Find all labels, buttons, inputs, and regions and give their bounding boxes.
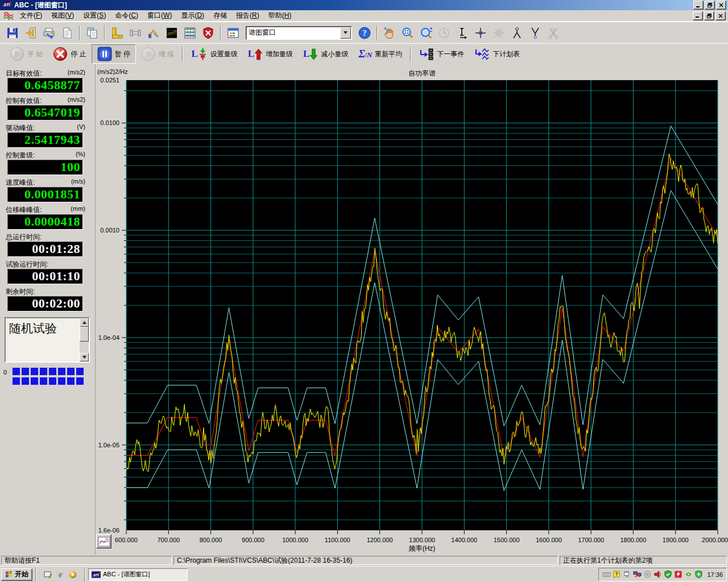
open-exit-icon bbox=[24, 26, 38, 40]
star-cursor-button[interactable] bbox=[490, 24, 508, 41]
nvidia-icon[interactable] bbox=[684, 570, 693, 579]
field-value-control-level: 100 bbox=[7, 160, 83, 175]
child-minimize-button[interactable] bbox=[693, 11, 703, 20]
volume-gray-icon[interactable] bbox=[643, 570, 652, 579]
history-clock-button[interactable] bbox=[435, 24, 453, 41]
report-button[interactable] bbox=[58, 24, 76, 41]
chart-view-button[interactable] bbox=[163, 24, 181, 41]
measure-ibeam-button[interactable] bbox=[453, 24, 471, 41]
harmonic-cursor-button[interactable] bbox=[526, 24, 544, 41]
pan-hand-button[interactable] bbox=[380, 24, 399, 41]
toolbar-separator bbox=[182, 47, 183, 61]
increase-level-label: 增加量级 bbox=[266, 49, 293, 59]
progress-block bbox=[31, 368, 38, 375]
window-layout-button[interactable] bbox=[224, 24, 242, 41]
spectrum-plot[interactable]: 0.02510.01000.00101.0e-041.0e-051.6e-066… bbox=[96, 64, 728, 555]
crosshair-cursor-button[interactable] bbox=[471, 24, 490, 41]
safety-plus-icon[interactable] bbox=[694, 570, 703, 579]
next-schedule-button[interactable]: 下计划表 bbox=[469, 45, 525, 63]
save-button[interactable] bbox=[3, 24, 22, 41]
media-player-icon[interactable] bbox=[68, 569, 78, 580]
status-bar: 帮助请按F1 C:\Program Files\STI\VCS\ABC\试验(2… bbox=[0, 555, 728, 566]
power-red-icon[interactable] bbox=[674, 570, 682, 579]
menu-settings[interactable]: 设置(S) bbox=[78, 10, 110, 22]
progress-block bbox=[13, 377, 20, 385]
menu-command[interactable]: 命令(C) bbox=[110, 10, 143, 22]
audio-red-icon[interactable] bbox=[653, 570, 662, 579]
field-value-remaining-time: 00:02:00 bbox=[7, 296, 83, 311]
close-button[interactable] bbox=[716, 1, 726, 10]
tools-button[interactable] bbox=[144, 24, 163, 41]
show-desktop-icon[interactable] bbox=[43, 569, 53, 580]
scroll-up-button[interactable] bbox=[80, 318, 89, 327]
menu-report[interactable]: 报告(R) bbox=[231, 10, 264, 22]
tray-expand-icon[interactable] bbox=[623, 570, 631, 579]
child-restore-button[interactable] bbox=[704, 11, 714, 20]
copy-page-button[interactable] bbox=[83, 24, 101, 41]
keyboard-icon[interactable] bbox=[602, 570, 611, 579]
shield-green-icon[interactable] bbox=[664, 570, 672, 579]
zoom-box-button[interactable] bbox=[399, 24, 417, 41]
scroll-down-button[interactable] bbox=[80, 353, 89, 361]
svg-text:?: ? bbox=[363, 29, 367, 38]
menu-window[interactable]: 窗口(W) bbox=[143, 10, 176, 22]
print-button[interactable] bbox=[40, 24, 58, 41]
network-offline-icon[interactable] bbox=[633, 570, 642, 579]
pause-icon bbox=[97, 47, 112, 61]
task-button-spectrum-window[interactable]: STI ABC - [谱图窗口] bbox=[88, 568, 188, 581]
chart-options-button[interactable] bbox=[96, 534, 111, 548]
next-schedule-label: 下计划表 bbox=[493, 49, 520, 59]
zoom-inout-button[interactable] bbox=[417, 24, 435, 41]
view-selector-dropdown[interactable]: 谱图窗口 bbox=[246, 26, 352, 40]
peak-cursor-button[interactable] bbox=[508, 24, 526, 41]
menu-file[interactable]: 文件(F) bbox=[15, 10, 47, 22]
application-window: STI ABC - [谱图窗口] 文件(F)视图(V)设置(S)命令(C)窗口(… bbox=[0, 0, 728, 582]
ruler-button[interactable] bbox=[108, 24, 126, 41]
report-icon bbox=[60, 26, 74, 40]
minimize-button[interactable] bbox=[693, 1, 704, 10]
next-event-button[interactable]: 下一事件 bbox=[414, 45, 469, 63]
pause-label: 暂 停 bbox=[115, 49, 130, 59]
toolbar-separator bbox=[79, 26, 80, 40]
ime-help-icon[interactable]: ? bbox=[613, 570, 621, 579]
stop-button[interactable]: 停 止 bbox=[48, 45, 91, 63]
chevron-down-icon[interactable] bbox=[340, 27, 351, 39]
test-name-scrollbar[interactable] bbox=[80, 318, 89, 361]
pause-button[interactable]: 暂 停 bbox=[92, 44, 136, 64]
table-view-button[interactable] bbox=[181, 24, 199, 41]
start-button[interactable]: 开 始 bbox=[5, 45, 48, 63]
x-axis-label: 频率(Hz) bbox=[126, 544, 718, 554]
menu-help[interactable]: 帮助(H) bbox=[264, 10, 296, 22]
test-name: 随机试验 bbox=[9, 321, 57, 336]
next-event-icon bbox=[419, 47, 434, 61]
menu-view[interactable]: 视图(V) bbox=[47, 10, 78, 22]
help-button[interactable]: ? bbox=[355, 24, 374, 41]
status-schedule: 正在执行第1个计划表的第2项 bbox=[560, 556, 727, 565]
scroll-thumb[interactable] bbox=[80, 327, 89, 342]
menu-display[interactable]: 显示(D) bbox=[176, 10, 209, 22]
start-button[interactable]: 开始 bbox=[1, 568, 32, 581]
zoom-inout-icon bbox=[419, 26, 433, 40]
cut-cursor-button[interactable] bbox=[544, 24, 562, 41]
menu-storage[interactable]: 存储 bbox=[209, 10, 231, 22]
clamp-button[interactable] bbox=[126, 24, 144, 41]
restore-button[interactable] bbox=[705, 1, 715, 10]
internet-explorer-icon[interactable]: e bbox=[55, 569, 65, 580]
toolbar-main: 谱图窗口? bbox=[0, 22, 728, 43]
svg-text:1400.000: 1400.000 bbox=[451, 537, 477, 543]
shield-stop-button[interactable] bbox=[199, 24, 217, 41]
child-close-button[interactable] bbox=[715, 11, 726, 20]
field-label-remaining-time: 剩余时间: bbox=[6, 287, 85, 296]
decrease-level-button[interactable]: L减小量级 bbox=[298, 45, 353, 63]
open-exit-button[interactable] bbox=[22, 24, 40, 41]
increase-level-button[interactable]: L增加量级 bbox=[243, 45, 298, 63]
field-value-velocity-peak: 0.0001851 bbox=[7, 187, 83, 202]
continue-button[interactable]: 继 续 bbox=[136, 45, 179, 63]
re-average-button[interactable]: Σ/N重新平均 bbox=[353, 45, 407, 63]
spectrum-window-icon bbox=[3, 11, 13, 20]
progress-row bbox=[13, 368, 84, 375]
progress-block bbox=[49, 368, 56, 375]
svg-text:STI: STI bbox=[93, 572, 99, 576]
toolbar-control: 开 始停 止暂 停继 续L设置量级L增加量级L减小量级Σ/N重新平均下一事件下计… bbox=[0, 43, 728, 64]
set-level-button[interactable]: L设置量级 bbox=[186, 45, 242, 63]
